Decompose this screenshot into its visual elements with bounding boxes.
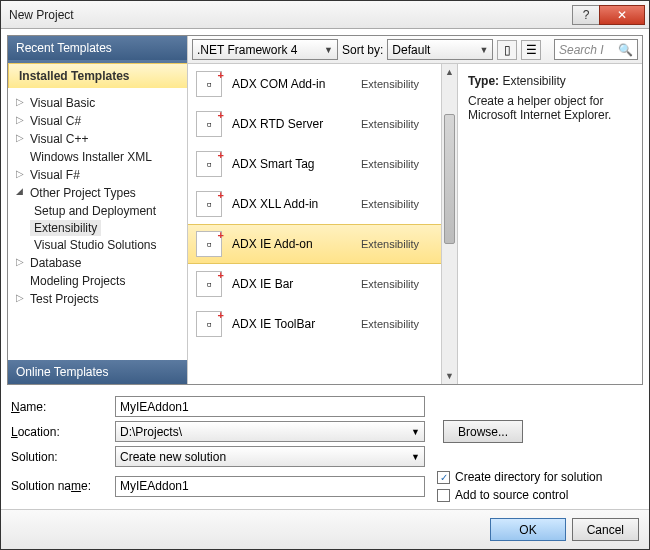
template-item[interactable]: ▫ADX IE Add-onExtensibility xyxy=(188,224,457,264)
framework-value: .NET Framework 4 xyxy=(197,43,297,57)
framework-combo[interactable]: .NET Framework 4 ▼ xyxy=(192,39,338,60)
tree-item[interactable]: Modeling Projects xyxy=(16,272,183,290)
template-sidebar: Recent Templates Installed Templates Vis… xyxy=(8,36,188,384)
location-label: Location: xyxy=(11,425,109,439)
template-name: ADX IE Bar xyxy=(232,277,351,291)
name-label: Name: xyxy=(11,400,109,414)
template-name: ADX Smart Tag xyxy=(232,157,351,171)
template-name: ADX IE Add-on xyxy=(232,237,351,251)
template-category: Extensibility xyxy=(361,78,449,90)
tree-item[interactable]: Database xyxy=(16,254,183,272)
close-button[interactable]: ✕ xyxy=(599,5,645,25)
template-icon: ▫ xyxy=(196,311,222,337)
template-icon: ▫ xyxy=(196,191,222,217)
scroll-thumb[interactable] xyxy=(444,114,455,244)
template-category: Extensibility xyxy=(361,118,449,130)
chevron-down-icon: ▼ xyxy=(411,427,420,437)
titlebar[interactable]: New Project ? ✕ xyxy=(1,1,649,29)
template-category: Extensibility xyxy=(361,198,449,210)
tree-item[interactable]: Visual C# xyxy=(16,112,183,130)
template-category: Extensibility xyxy=(361,278,449,290)
solution-name-label: Solution name: xyxy=(11,479,109,493)
tree-item[interactable]: Test Projects xyxy=(16,290,183,308)
chevron-down-icon: ▼ xyxy=(479,45,488,55)
tree-item[interactable]: Visual Studio Solutions xyxy=(30,236,183,254)
template-name: ADX XLL Add-in xyxy=(232,197,351,211)
tree-item[interactable]: Visual Basic xyxy=(16,94,183,112)
browse-button[interactable]: Browse... xyxy=(443,420,523,443)
template-tree[interactable]: Visual BasicVisual C#Visual C++Windows I… xyxy=(8,88,187,360)
search-icon: 🔍 xyxy=(618,43,633,57)
template-icon: ▫ xyxy=(196,271,222,297)
new-project-dialog: New Project ? ✕ Recent Templates Install… xyxy=(0,0,650,550)
name-input[interactable]: MyIEAddon1 xyxy=(115,396,425,417)
online-templates-header[interactable]: Online Templates xyxy=(8,360,187,384)
solution-combo[interactable]: Create new solution▼ xyxy=(115,446,425,467)
view-details-button[interactable]: ☰ xyxy=(521,40,541,60)
template-category: Extensibility xyxy=(361,158,449,170)
recent-templates-header[interactable]: Recent Templates xyxy=(8,36,187,60)
dialog-buttons: OK Cancel xyxy=(1,509,649,549)
help-button[interactable]: ? xyxy=(572,5,600,25)
template-icon: ▫ xyxy=(196,231,222,257)
sortby-label: Sort by: xyxy=(342,43,383,57)
window-title: New Project xyxy=(9,8,573,22)
solution-name-input[interactable]: MyIEAddon1 xyxy=(115,476,425,497)
template-list[interactable]: ▫ADX COM Add-inExtensibility▫ADX RTD Ser… xyxy=(188,64,458,384)
detail-type-value: Extensibility xyxy=(502,74,565,88)
detail-type-label: Type: xyxy=(468,74,499,88)
tree-item[interactable]: Visual F# xyxy=(16,166,183,184)
template-icon: ▫ xyxy=(196,111,222,137)
tree-item[interactable]: Windows Installer XML xyxy=(16,148,183,166)
scroll-up-icon[interactable]: ▲ xyxy=(442,64,457,80)
search-input[interactable]: Search I 🔍 xyxy=(554,39,638,60)
template-category: Extensibility xyxy=(361,318,449,330)
installed-templates-header[interactable]: Installed Templates xyxy=(8,60,187,88)
template-item[interactable]: ▫ADX COM Add-inExtensibility xyxy=(188,64,457,104)
template-item[interactable]: ▫ADX IE BarExtensibility xyxy=(188,264,457,304)
chevron-down-icon: ▼ xyxy=(411,452,420,462)
scrollbar[interactable]: ▲ ▼ xyxy=(441,64,457,384)
template-name: ADX IE ToolBar xyxy=(232,317,351,331)
template-icon: ▫ xyxy=(196,71,222,97)
scroll-down-icon[interactable]: ▼ xyxy=(442,368,457,384)
installed-templates-tab: Installed Templates xyxy=(8,63,187,88)
tree-item[interactable]: Other Project Types xyxy=(16,184,183,202)
detail-description: Create a helper object for Microsoft Int… xyxy=(468,94,632,122)
tree-item[interactable]: Extensibility xyxy=(30,220,101,236)
sortby-combo[interactable]: Default ▼ xyxy=(387,39,493,60)
template-item[interactable]: ▫ADX RTD ServerExtensibility xyxy=(188,104,457,144)
project-form: Name: MyIEAddon1 Location: D:\Projects\▼… xyxy=(1,385,649,509)
tree-item[interactable]: Setup and Deployment xyxy=(30,202,183,220)
sortby-value: Default xyxy=(392,43,430,57)
create-directory-checkbox[interactable]: ✓ Create directory for solution xyxy=(437,470,602,484)
template-name: ADX COM Add-in xyxy=(232,77,351,91)
template-item[interactable]: ▫ADX IE ToolBarExtensibility xyxy=(188,304,457,344)
toolbar: .NET Framework 4 ▼ Sort by: Default ▼ ▯ … xyxy=(188,36,642,64)
checkbox-icon xyxy=(437,489,450,502)
template-icon: ▫ xyxy=(196,151,222,177)
solution-label: Solution: xyxy=(11,450,109,464)
template-details-pane: Type: Extensibility Create a helper obje… xyxy=(458,64,642,384)
template-item[interactable]: ▫ADX Smart TagExtensibility xyxy=(188,144,457,184)
template-category: Extensibility xyxy=(361,238,449,250)
template-item[interactable]: ▫ADX XLL Add-inExtensibility xyxy=(188,184,457,224)
ok-button[interactable]: OK xyxy=(490,518,565,541)
checkbox-icon: ✓ xyxy=(437,471,450,484)
source-control-checkbox[interactable]: Add to source control xyxy=(437,488,602,502)
cancel-button[interactable]: Cancel xyxy=(572,518,639,541)
tree-item[interactable]: Visual C++ xyxy=(16,130,183,148)
location-combo[interactable]: D:\Projects\▼ xyxy=(115,421,425,442)
template-name: ADX RTD Server xyxy=(232,117,351,131)
view-small-icons-button[interactable]: ▯ xyxy=(497,40,517,60)
chevron-down-icon: ▼ xyxy=(324,45,333,55)
search-placeholder: Search I xyxy=(559,43,604,57)
